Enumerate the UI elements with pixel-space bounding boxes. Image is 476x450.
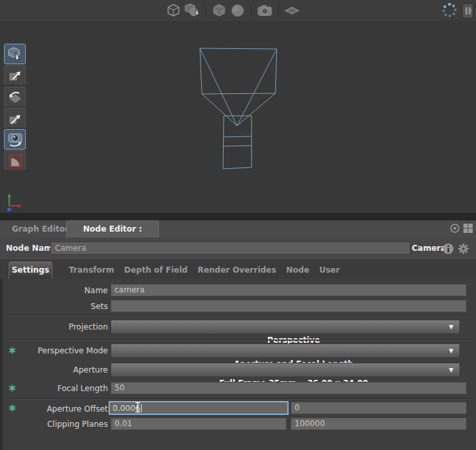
clipping-planes-label: Clipping Planes (0, 418, 108, 431)
tool-region-button[interactable] (4, 150, 26, 171)
camera-wireframe[interactable] (192, 43, 285, 172)
tool-scale-button[interactable] (4, 108, 26, 128)
attribute-tab-bar: Settings Transform Depth of Field Render… (0, 259, 476, 279)
aperture-dropdown[interactable]: Full Frame 35mm 36.00 x 24.00 ▼ (111, 363, 460, 377)
tool-translate-button[interactable] (4, 65, 26, 85)
projection-dropdown[interactable]: Perspective ▼ (111, 320, 460, 334)
tab-user[interactable]: User (319, 265, 340, 275)
tool-rotate-button[interactable] (4, 87, 26, 107)
perspective-mode-dropdown[interactable]: Aperture and Focal Length ▼ (111, 343, 460, 358)
create-sphere-button[interactable] (230, 3, 246, 19)
info-icon[interactable] (442, 243, 454, 255)
camera-tool-icon (7, 131, 24, 148)
clipping-near-input[interactable]: 0.01 (111, 418, 287, 430)
tab-settings[interactable]: Settings (9, 261, 52, 279)
node-name-row: Node Name Camera Camera (0, 238, 476, 260)
pause-button[interactable] (462, 3, 473, 19)
create-polymesh-button[interactable] (211, 3, 227, 19)
tab-node[interactable]: Node (286, 265, 309, 275)
focal-length-label: Focal Length (0, 382, 108, 395)
select-tool-icon (7, 46, 23, 62)
toolbar-separator (205, 4, 206, 17)
world-axis-gizmo (3, 193, 24, 212)
aperture-label: Aperture (0, 363, 108, 377)
cube-icon (212, 3, 226, 18)
cube-sphere-icon (184, 3, 200, 18)
tab-depth-of-field[interactable]: Depth of Field (124, 265, 187, 275)
ground-plane-icon (284, 3, 300, 18)
create-ground-plane-button[interactable] (284, 3, 300, 19)
top-toolbar (0, 0, 476, 21)
attribute-editor: Name camera Sets Projection Perspective … (0, 279, 476, 450)
text-caret (141, 404, 142, 412)
tab-node-editor[interactable]: Node Editor : Camera (66, 220, 159, 238)
name-label: Name (0, 285, 108, 297)
rotate-tool-icon (7, 89, 23, 105)
tab-graph-editor[interactable]: Graph Editor (12, 220, 69, 238)
target-icon[interactable] (450, 223, 460, 234)
create-cube-wireframe-button[interactable] (166, 3, 181, 19)
clipping-far-input[interactable]: 100000 (291, 418, 467, 430)
section-separator (7, 398, 471, 400)
chevron-down-icon: ▼ (449, 344, 453, 357)
aperture-offset-y-input[interactable]: 0 (291, 402, 467, 414)
viewport-3d[interactable] (0, 21, 476, 213)
section-separator (7, 339, 471, 341)
sets-label: Sets (0, 300, 108, 313)
activity-spinner-icon (441, 2, 458, 19)
scale-tool-icon (7, 111, 23, 126)
node-name-input[interactable]: Camera (50, 242, 410, 255)
section-separator (7, 315, 471, 316)
name-input[interactable]: camera (111, 284, 467, 296)
panel-tab-bar: Graph Editor Node Editor : Camera (0, 220, 476, 238)
create-camera-button[interactable] (257, 3, 273, 19)
tool-camera-navigation-button[interactable] (4, 129, 26, 150)
aperture-offset-label: Aperture Offset (0, 402, 108, 416)
focal-length-input[interactable]: 50 (111, 382, 467, 394)
gear-icon[interactable] (457, 243, 469, 255)
perspective-mode-label: Perspective Mode (0, 343, 108, 358)
pause-icon (465, 7, 467, 15)
cube-wireframe-icon (166, 3, 181, 18)
chevron-down-icon: ▼ (449, 320, 453, 334)
sets-input[interactable] (111, 300, 467, 312)
sphere-icon (230, 3, 245, 18)
camera-icon (257, 3, 273, 18)
toolbar-separator (251, 4, 252, 17)
chevron-down-icon: ▼ (449, 363, 453, 377)
layout-grid-icon[interactable] (463, 223, 473, 234)
toolbar-separator (278, 4, 279, 17)
application-window: Graph Editor Node Editor : Camera Node N… (0, 0, 476, 450)
tab-transform[interactable]: Transform (69, 265, 114, 275)
create-geometry-button[interactable] (184, 3, 200, 19)
translate-tool-icon (7, 68, 23, 83)
node-type-label: Camera (412, 238, 446, 259)
region-tool-icon (8, 154, 23, 168)
projection-label: Projection (0, 320, 108, 334)
tool-select-button[interactable] (4, 44, 26, 64)
ibeam-cursor (134, 402, 141, 413)
tab-render-overrides[interactable]: Render Overrides (197, 265, 276, 275)
